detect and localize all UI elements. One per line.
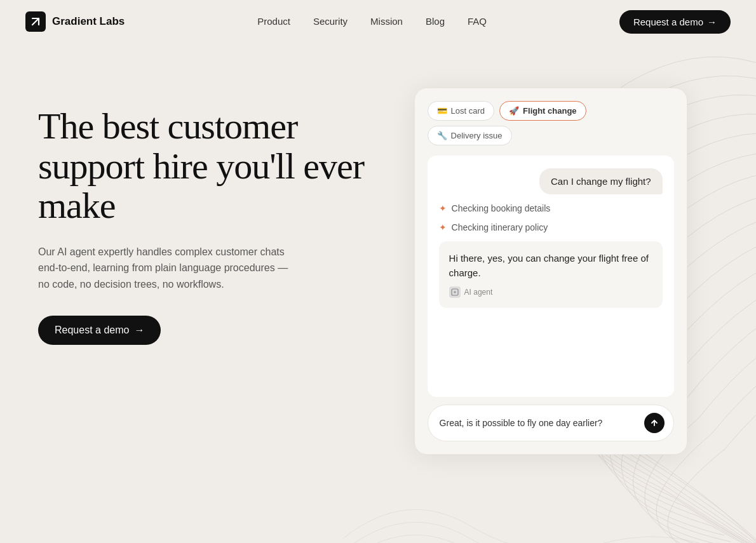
hero-section: The best customer support hire you'll ev… [0, 43, 756, 543]
spark-icon-1: ✦ [439, 203, 447, 213]
nav-blog[interactable]: Blog [426, 16, 445, 27]
tab-lost-card[interactable]: 💳 Lost card [428, 101, 494, 121]
logo-icon [25, 11, 46, 32]
ai-response-card: Hi there, yes, you can change your fligh… [439, 241, 663, 308]
hero-cta-button[interactable]: Request a demo → [38, 316, 161, 345]
checking-item-1: ✦ Checking booking details [439, 203, 663, 213]
nav-security[interactable]: Security [313, 16, 348, 27]
nav-mission[interactable]: Mission [370, 16, 403, 27]
ai-agent-icon [449, 286, 461, 298]
checking-item-2: ✦ Checking itinerary policy [439, 222, 663, 232]
hero-title: The best customer support hire you'll ev… [38, 107, 370, 226]
chat-area: Can I change my flight? ✦ Checking booki… [428, 156, 674, 397]
hero-right: 💳 Lost card 🚀 Flight change 🔧 Delivery i… [370, 81, 731, 455]
demo-card: 💳 Lost card 🚀 Flight change 🔧 Delivery i… [414, 88, 687, 455]
logo-link[interactable]: Gradient Labs [25, 11, 125, 32]
navbar: Gradient Labs Product Security Mission B… [0, 0, 756, 43]
ai-agent-label: AI agent [449, 286, 652, 298]
chat-input-text: Great, is it possible to fly one day ear… [440, 418, 638, 428]
tab-flight-change[interactable]: 🚀 Flight change [499, 101, 586, 121]
spark-icon-2: ✦ [439, 222, 447, 232]
logo-text: Gradient Labs [52, 15, 125, 28]
hero-subtitle: Our AI agent expertly handles complex cu… [38, 244, 292, 293]
lost-card-icon: 💳 [437, 106, 447, 116]
user-message: Can I change my flight? [539, 168, 663, 194]
tab-delivery-issue[interactable]: 🔧 Delivery issue [428, 126, 512, 145]
ai-response-text: Hi there, yes, you can change your fligh… [449, 251, 652, 280]
hero-left: The best customer support hire you'll ev… [38, 81, 370, 345]
nav-links: Product Security Mission Blog FAQ [257, 16, 487, 27]
send-button[interactable] [644, 413, 665, 433]
nav-product[interactable]: Product [257, 16, 290, 27]
nav-cta-button[interactable]: Request a demo → [619, 10, 731, 34]
chat-input-area[interactable]: Great, is it possible to fly one day ear… [428, 405, 674, 441]
delivery-icon: 🔧 [437, 131, 447, 140]
nav-faq[interactable]: FAQ [468, 16, 487, 27]
demo-tabs: 💳 Lost card 🚀 Flight change 🔧 Delivery i… [428, 101, 674, 145]
flight-icon: 🚀 [509, 106, 519, 116]
